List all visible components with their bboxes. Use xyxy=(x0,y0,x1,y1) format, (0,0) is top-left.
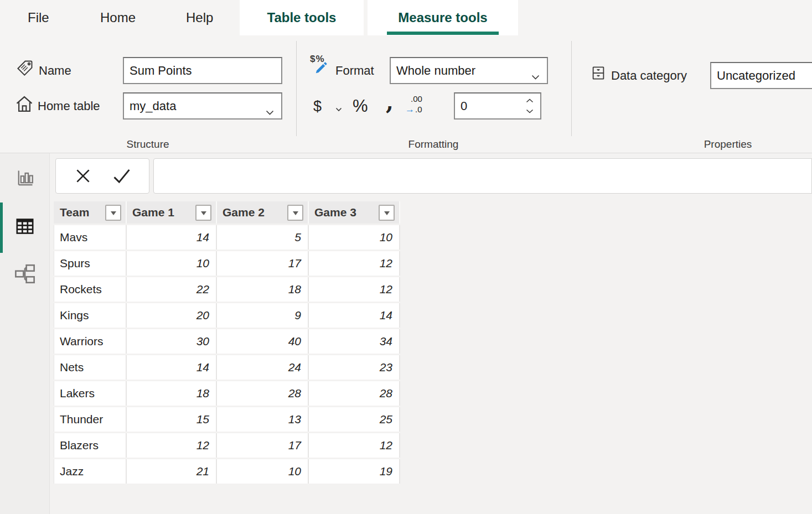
menu-file[interactable]: File xyxy=(28,0,49,35)
value-cell[interactable]: 21 xyxy=(127,459,217,484)
value-cell[interactable]: 12 xyxy=(309,277,400,302)
team-cell[interactable]: Blazers xyxy=(54,433,127,458)
value-cell[interactable]: 24 xyxy=(217,355,309,380)
commit-formula-button[interactable] xyxy=(111,165,133,187)
column-filter-button[interactable] xyxy=(195,205,211,221)
format-label: Format xyxy=(335,57,374,84)
value-cell[interactable]: 10 xyxy=(309,225,400,250)
home-table-value: my_data xyxy=(130,99,176,113)
table-row: Rockets221812 xyxy=(54,277,400,302)
value-cell[interactable]: 9 xyxy=(217,303,309,328)
home-table-dropdown[interactable]: my_data xyxy=(123,92,282,120)
tab-measure-tools[interactable]: Measure tools xyxy=(368,0,518,35)
column-header-label: Game 3 xyxy=(314,206,356,219)
column-header-team[interactable]: Team xyxy=(54,201,127,224)
value-cell[interactable]: 17 xyxy=(217,433,309,458)
data-view-icon xyxy=(14,215,36,237)
value-cell[interactable]: 22 xyxy=(127,277,217,302)
data-view-button[interactable] xyxy=(13,215,37,238)
format-dropdown[interactable]: Whole number xyxy=(390,57,548,84)
value-cell[interactable]: 14 xyxy=(127,355,217,380)
value-cell[interactable]: 23 xyxy=(309,355,400,380)
value-cell[interactable]: 28 xyxy=(217,381,309,406)
value-cell[interactable]: 30 xyxy=(127,329,217,354)
team-cell[interactable]: Jazz xyxy=(54,459,127,484)
value-cell[interactable]: 14 xyxy=(309,303,400,328)
name-label: Name xyxy=(39,57,71,84)
content-area: 1Sum Points = CALCULATE(SUMX('my_data', … xyxy=(0,153,812,514)
group-divider xyxy=(296,41,297,136)
currency-format-button[interactable]: $ xyxy=(313,93,322,120)
pencil-icon xyxy=(314,61,328,75)
ribbon: Name Sum Points Home table my_data $% Fo… xyxy=(0,35,812,153)
table-header-row: TeamGame 1Game 2Game 3 xyxy=(54,201,400,224)
measure-name-input[interactable]: Sum Points xyxy=(123,57,282,84)
format-icon: $% xyxy=(310,54,332,79)
value-cell[interactable]: 28 xyxy=(309,381,400,406)
team-cell[interactable]: Kings xyxy=(54,303,127,328)
filter-dropdown-icon xyxy=(111,211,116,215)
report-view-button[interactable] xyxy=(13,167,37,190)
cancel-formula-button[interactable] xyxy=(72,165,94,187)
model-view-button[interactable] xyxy=(13,262,37,285)
formula-text: Sum Points = CALCULATE(SUMX('my_data', [… xyxy=(209,193,753,194)
value-cell[interactable]: 12 xyxy=(309,433,400,458)
tab-table-tools-label: Table tools xyxy=(267,10,337,25)
column-filter-button[interactable] xyxy=(287,205,303,221)
chevron-down-icon[interactable] xyxy=(335,104,342,114)
team-cell[interactable]: Warriors xyxy=(54,329,127,354)
column-filter-button[interactable] xyxy=(379,205,395,221)
table-row: Blazers121712 xyxy=(54,433,400,458)
value-cell[interactable]: 12 xyxy=(127,433,217,458)
chevron-down-icon[interactable] xyxy=(526,109,534,113)
value-cell[interactable]: 19 xyxy=(309,459,400,484)
value-cell[interactable]: 14 xyxy=(127,225,217,250)
value-cell[interactable]: 34 xyxy=(309,329,400,354)
column-filter-button[interactable] xyxy=(105,205,121,221)
value-cell[interactable]: 17 xyxy=(217,251,309,276)
group-divider xyxy=(571,41,572,136)
value-cell[interactable]: 15 xyxy=(127,407,217,432)
decimal-places-icon[interactable]: .00 → .0 xyxy=(405,94,430,118)
chevron-down-icon xyxy=(266,104,274,118)
menu-home[interactable]: Home xyxy=(100,0,136,35)
value-cell[interactable]: 13 xyxy=(217,407,309,432)
decimal-icon-top: .00 xyxy=(405,94,430,104)
value-cell[interactable]: 10 xyxy=(217,459,309,484)
value-cell[interactable]: 20 xyxy=(127,303,217,328)
data-category-dropdown[interactable]: Uncategorized xyxy=(710,62,812,89)
spinner-controls xyxy=(526,94,535,118)
team-cell[interactable]: Spurs xyxy=(54,251,127,276)
thousands-separator-button[interactable]: , xyxy=(386,89,394,115)
menu-help[interactable]: Help xyxy=(186,0,213,35)
team-cell[interactable]: Rockets xyxy=(54,277,127,302)
column-header-game-2[interactable]: Game 2 xyxy=(217,201,309,224)
filter-dropdown-icon xyxy=(384,211,390,215)
team-cell[interactable]: Thunder xyxy=(54,407,127,432)
formatting-section-label: Formatting xyxy=(378,138,489,150)
column-header-game-3[interactable]: Game 3 xyxy=(309,201,400,224)
value-cell[interactable]: 18 xyxy=(127,381,217,406)
home-icon xyxy=(14,94,34,116)
decimal-places-spinner[interactable]: 0 xyxy=(454,92,541,120)
table-body: Mavs14510Spurs101712Rockets221812Kings20… xyxy=(54,225,400,484)
decimal-icon-bottom-text: .0 xyxy=(415,105,422,115)
value-cell[interactable]: 12 xyxy=(309,251,400,276)
percent-format-button[interactable]: % xyxy=(353,93,368,120)
value-cell[interactable]: 5 xyxy=(217,225,309,250)
table-row: Lakers182828 xyxy=(54,381,400,406)
team-cell[interactable]: Lakers xyxy=(54,381,127,406)
formula-input[interactable]: 1Sum Points = CALCULATE(SUMX('my_data', … xyxy=(153,158,812,194)
value-cell[interactable]: 10 xyxy=(127,251,217,276)
team-cell[interactable]: Nets xyxy=(54,355,127,380)
team-cell[interactable]: Mavs xyxy=(54,225,127,250)
chevron-up-icon[interactable] xyxy=(526,98,534,103)
value-cell[interactable]: 40 xyxy=(217,329,309,354)
table-row: Thunder151325 xyxy=(54,407,400,432)
view-sidebar xyxy=(0,153,50,514)
value-cell[interactable]: 18 xyxy=(217,277,309,302)
column-header-game-1[interactable]: Game 1 xyxy=(127,201,217,224)
tab-table-tools[interactable]: Table tools xyxy=(240,0,364,35)
tag-icon xyxy=(15,59,34,80)
value-cell[interactable]: 25 xyxy=(309,407,400,432)
